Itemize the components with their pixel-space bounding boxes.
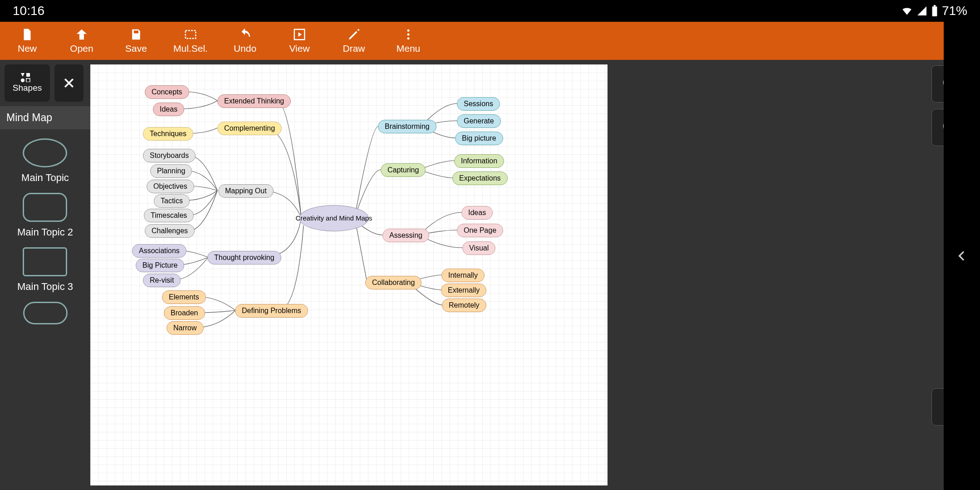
node-leaf[interactable]: Objectives bbox=[147, 180, 194, 193]
node-leaf[interactable]: Generate bbox=[457, 114, 501, 128]
dots-icon bbox=[402, 28, 415, 41]
shape-main-topic-2[interactable]: Main Topic 2 bbox=[17, 193, 73, 238]
node-leaf[interactable]: Broaden bbox=[164, 306, 205, 320]
node-leaf[interactable]: Big picture bbox=[455, 132, 503, 145]
status-right: 71% bbox=[901, 4, 967, 18]
canvas[interactable]: Creativity and Mind Maps Extended Thinki… bbox=[90, 60, 980, 490]
node-branch[interactable]: Mapping Out bbox=[218, 184, 274, 198]
back-icon[interactable] bbox=[955, 249, 969, 263]
shape-main-topic[interactable]: Main Topic bbox=[21, 138, 69, 184]
node-leaf[interactable]: Planning bbox=[150, 164, 192, 178]
node-leaf[interactable]: Techniques bbox=[143, 127, 193, 141]
node-leaf[interactable]: Ideas bbox=[461, 206, 493, 220]
svg-point-6 bbox=[407, 37, 410, 39]
canvas-paper[interactable]: Creativity and Mind Maps Extended Thinki… bbox=[90, 64, 608, 485]
svg-rect-1 bbox=[934, 5, 936, 6]
node-branch[interactable]: Thought provoking bbox=[207, 251, 281, 265]
pencil-icon bbox=[347, 28, 361, 41]
svg-rect-7 bbox=[26, 73, 30, 77]
node-leaf[interactable]: Associations bbox=[132, 244, 186, 258]
system-nav bbox=[944, 22, 980, 490]
signal-icon bbox=[916, 5, 927, 16]
shape-label: Main Topic 3 bbox=[17, 281, 73, 293]
open-label: Open bbox=[70, 43, 93, 54]
play-icon bbox=[293, 28, 306, 41]
undo-label: Undo bbox=[234, 43, 256, 54]
menu-button[interactable]: Menu bbox=[381, 22, 436, 60]
node-branch[interactable]: Collaborating bbox=[365, 276, 421, 289]
open-button[interactable]: Open bbox=[54, 22, 109, 60]
svg-point-8 bbox=[21, 78, 24, 82]
svg-point-5 bbox=[407, 34, 410, 36]
node-branch[interactable]: Complementing bbox=[217, 122, 282, 135]
save-icon bbox=[129, 28, 143, 41]
node-leaf[interactable]: Ideas bbox=[153, 103, 184, 116]
toolbar: New Open Save Mul.Sel. Undo View Draw Me… bbox=[0, 22, 980, 60]
node-branch[interactable]: Assessing bbox=[382, 229, 429, 242]
undo-icon bbox=[238, 28, 252, 41]
node-leaf[interactable]: Tactics bbox=[154, 194, 190, 208]
draw-label: Draw bbox=[343, 43, 365, 54]
node-leaf[interactable]: Elements bbox=[162, 290, 206, 304]
node-leaf[interactable]: Big Picture bbox=[136, 259, 184, 272]
save-button[interactable]: Save bbox=[109, 22, 163, 60]
shape-label: Main Topic 2 bbox=[17, 226, 73, 238]
view-label: View bbox=[289, 43, 309, 54]
svg-rect-9 bbox=[26, 78, 30, 82]
node-leaf[interactable]: Expectations bbox=[452, 172, 508, 185]
shapes-icon bbox=[21, 73, 34, 82]
menu-label: Menu bbox=[397, 43, 421, 54]
shapes-panel-button[interactable]: Shapes bbox=[5, 64, 50, 102]
battery-icon bbox=[931, 5, 938, 17]
node-leaf[interactable]: Timescales bbox=[144, 209, 194, 222]
close-icon bbox=[62, 76, 76, 90]
node-leaf[interactable]: Concepts bbox=[145, 85, 189, 99]
clock: 10:16 bbox=[13, 4, 44, 18]
node-branch[interactable]: Brainstorming bbox=[378, 120, 436, 133]
status-bar: 10:16 71% bbox=[0, 0, 980, 22]
undo-button[interactable]: Undo bbox=[218, 22, 272, 60]
close-panel-button[interactable] bbox=[54, 64, 83, 102]
node-leaf[interactable]: Remotely bbox=[442, 299, 486, 312]
node-branch[interactable]: Extended Thinking bbox=[217, 94, 291, 108]
node-branch[interactable]: Capturing bbox=[381, 163, 426, 177]
select-icon bbox=[184, 28, 197, 41]
mulsel-label: Mul.Sel. bbox=[173, 43, 208, 54]
shape-main-topic-4[interactable] bbox=[23, 302, 68, 324]
new-button[interactable]: New bbox=[0, 22, 54, 60]
tab-mindmap[interactable]: Mind Map bbox=[0, 106, 90, 129]
shape-main-topic-3[interactable]: Main Topic 3 bbox=[17, 247, 73, 293]
node-leaf[interactable]: Internally bbox=[441, 269, 485, 282]
sidebar: Shapes Mind Map Main Topic Main Topic 2 … bbox=[0, 60, 90, 490]
node-leaf[interactable]: Visual bbox=[462, 241, 495, 255]
draw-button[interactable]: Draw bbox=[327, 22, 381, 60]
new-label: New bbox=[18, 43, 37, 54]
view-button[interactable]: View bbox=[272, 22, 327, 60]
wifi-icon bbox=[901, 5, 913, 17]
shape-list: Main Topic Main Topic 2 Main Topic 3 bbox=[0, 129, 90, 333]
open-icon bbox=[75, 28, 88, 41]
node-branch[interactable]: Defining Problems bbox=[235, 304, 308, 318]
shape-label: Main Topic bbox=[21, 172, 69, 184]
mulsel-button[interactable]: Mul.Sel. bbox=[163, 22, 218, 60]
node-leaf[interactable]: Re-visit bbox=[143, 274, 181, 287]
svg-rect-0 bbox=[932, 6, 937, 16]
battery-pct: 71% bbox=[942, 4, 967, 18]
node-leaf[interactable]: Narrow bbox=[167, 321, 204, 335]
node-leaf[interactable]: One Page bbox=[457, 224, 503, 237]
shapes-label: Shapes bbox=[13, 83, 42, 93]
node-leaf[interactable]: Sessions bbox=[457, 97, 500, 111]
node-leaf[interactable]: Information bbox=[454, 154, 504, 168]
save-label: Save bbox=[125, 43, 147, 54]
svg-point-4 bbox=[407, 29, 410, 32]
file-icon bbox=[20, 28, 34, 41]
node-center[interactable]: Creativity and Mind Maps bbox=[299, 205, 369, 231]
node-leaf[interactable]: Externally bbox=[441, 284, 486, 297]
node-leaf[interactable]: Challenges bbox=[145, 224, 195, 238]
svg-rect-2 bbox=[186, 30, 196, 39]
node-leaf[interactable]: Storyboards bbox=[143, 149, 196, 162]
